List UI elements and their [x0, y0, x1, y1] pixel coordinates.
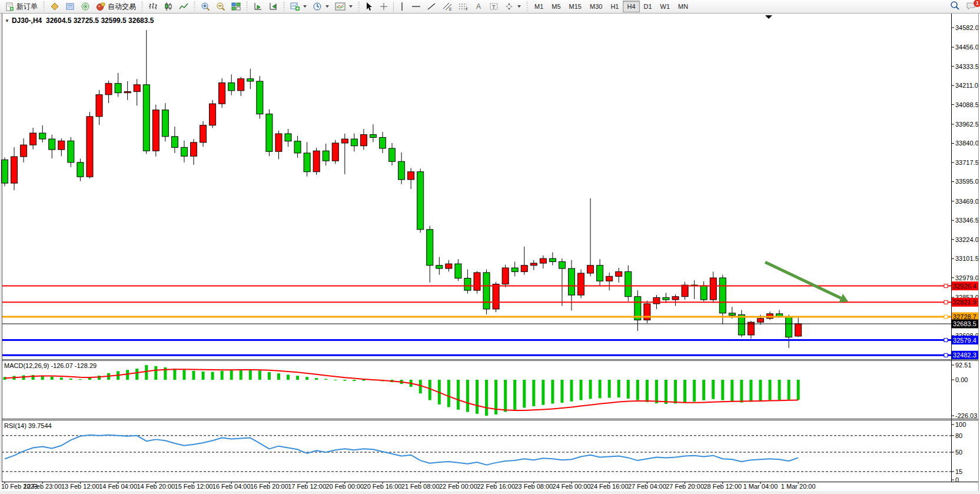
macd-bar: [428, 380, 431, 400]
price-line-anchor[interactable]: [944, 353, 948, 357]
templates-button[interactable]: [332, 0, 356, 13]
candle-bear: [597, 266, 603, 281]
candle-bull: [474, 273, 480, 290]
tab-timeframe-h4[interactable]: H4: [623, 1, 639, 12]
new-order-button[interactable]: 新订单: [2, 0, 41, 13]
candle-bull: [124, 92, 131, 93]
equidistant-channel-icon: E: [442, 2, 453, 11]
chart-shift-marker[interactable]: [765, 15, 772, 19]
chart-expander-icon[interactable]: ▼: [5, 18, 9, 24]
toolbar-grip: [43, 2, 45, 11]
macd-bar: [542, 380, 544, 405]
macd-bar: [788, 380, 790, 400]
text-label-tool-button[interactable]: T: [486, 0, 501, 13]
crosshair-tool-button[interactable]: [376, 0, 391, 13]
macd-bar: [211, 372, 214, 380]
date-axis-label: 24 Feb 00:00: [553, 483, 591, 490]
macd-bar: [202, 372, 205, 380]
price-line-anchor[interactable]: [944, 284, 948, 288]
chart-shift-icon: [268, 2, 278, 11]
date-axis-label: 23 Feb 08:00: [514, 483, 553, 490]
macd-bar: [599, 380, 602, 398]
zoom-out-button[interactable]: [213, 0, 228, 13]
cursor-tool-button[interactable]: [362, 0, 376, 13]
periods-button[interactable]: [310, 0, 332, 13]
macd-bar: [258, 370, 261, 380]
text-tool-button[interactable]: A: [472, 0, 486, 13]
bar-chart-mode-button[interactable]: [145, 0, 161, 13]
chart-shift-button[interactable]: [265, 0, 281, 13]
macd-bar: [296, 376, 299, 380]
template-chart-icon: [335, 2, 346, 11]
tab-timeframe-w1[interactable]: W1: [656, 1, 675, 12]
line-chart-mode-button[interactable]: [176, 0, 191, 13]
candle-bull: [446, 264, 452, 268]
macd-bar: [580, 380, 583, 400]
rsi-axis-label: 0: [955, 476, 959, 483]
tab-timeframe-d1[interactable]: D1: [640, 1, 656, 12]
price-line-anchor[interactable]: [944, 300, 948, 304]
candle-bear: [257, 81, 263, 114]
candle-bear: [266, 114, 273, 152]
macd-bar: [636, 380, 639, 400]
fibonacci-tool-button[interactable]: F: [456, 0, 472, 13]
tab-timeframe-m5[interactable]: M5: [547, 1, 564, 12]
macd-bar: [485, 380, 488, 416]
date-axis-label: 13 Feb 12:00: [61, 483, 99, 490]
macd-bar: [173, 369, 176, 380]
charts-button[interactable]: [47, 0, 62, 13]
date-axis-label: 22 Feb 00:00: [439, 483, 477, 490]
macd-bar: [154, 366, 157, 380]
trendline-tool-button[interactable]: [424, 0, 439, 13]
auto-scroll-button[interactable]: [250, 0, 265, 13]
macd-bar: [362, 380, 365, 381]
price-line-anchor[interactable]: [944, 339, 948, 342]
tab-timeframe-m1[interactable]: M1: [530, 1, 547, 12]
date-axis-label: 16 Feb 04:00: [212, 483, 251, 490]
chart-title[interactable]: ▼DJ30-,H4 32604.5 32725.5 32599.5 32683.…: [5, 16, 154, 25]
market-watch-button[interactable]: [62, 0, 78, 13]
svg-text:A: A: [476, 2, 481, 11]
candle-bull: [275, 134, 282, 151]
candle-bear: [181, 147, 187, 156]
rsi-axis-label: 15: [955, 468, 962, 475]
tab-timeframe-mn[interactable]: MN: [674, 1, 692, 12]
chart-canvas[interactable]: 34582.034456.034333.534211.034088.533962…: [0, 0, 980, 494]
signals-button[interactable]: [78, 0, 93, 13]
vertical-line-tool-button[interactable]: [396, 0, 408, 13]
candlestick-mode-button[interactable]: [161, 0, 176, 13]
arrows-tool-button[interactable]: [501, 0, 524, 13]
price-axis-label: 33595.0: [955, 178, 979, 185]
tab-timeframe-m30[interactable]: M30: [586, 1, 606, 12]
candle-bull: [530, 263, 537, 266]
macd-bar: [51, 377, 54, 380]
date-axis-label: 1 Mar 04:00: [743, 483, 778, 490]
channel-tool-button[interactable]: E: [439, 0, 456, 13]
candle-bull: [616, 271, 622, 276]
auto-trading-button[interactable]: 自动交易: [93, 0, 139, 13]
trend-arrow[interactable]: [765, 262, 841, 298]
zoom-in-button[interactable]: [198, 0, 213, 13]
macd-bar: [551, 380, 554, 404]
candle-bull: [105, 84, 112, 95]
macd-bar: [532, 380, 535, 406]
macd-bar: [60, 377, 63, 380]
search-icon[interactable]: [950, 1, 960, 13]
tab-timeframe-m15[interactable]: M15: [565, 1, 586, 12]
macd-bar: [617, 380, 620, 397]
window-bottom-edge: [0, 491, 980, 494]
candle-bull: [672, 297, 679, 300]
candle-bear: [464, 278, 471, 290]
add-indicator-button[interactable]: [287, 0, 310, 13]
tile-windows-button[interactable]: [228, 0, 244, 13]
price-axis-label: 33346.5: [955, 217, 979, 224]
tab-timeframe-h1[interactable]: H1: [606, 1, 623, 12]
macd-bar: [277, 373, 280, 380]
candle-bear: [162, 110, 168, 137]
price-axis-label: 33962.5: [955, 121, 979, 128]
macd-bar: [324, 379, 327, 380]
horizontal-line-tool-button[interactable]: [408, 0, 424, 13]
tile-windows-icon: [231, 2, 241, 11]
notifications-button[interactable]: 1: [966, 1, 976, 13]
price-line-anchor[interactable]: [944, 315, 948, 319]
